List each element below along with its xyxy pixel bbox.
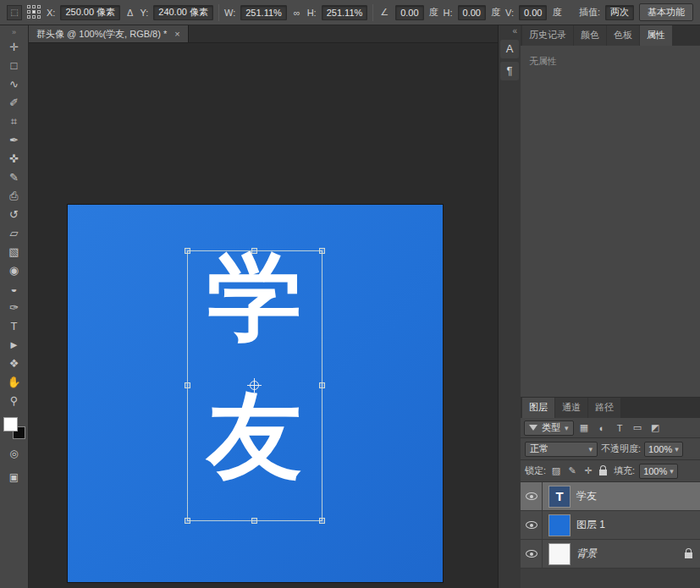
background-layer-thumbnail[interactable] [548, 543, 570, 565]
brush-tool[interactable]: ✎ [3, 168, 26, 187]
tab-layers[interactable]: 图层 [522, 398, 554, 418]
layer-name[interactable]: 背景 [576, 547, 684, 561]
transform-handle-bottom-left[interactable] [185, 518, 190, 524]
dodge-tool[interactable]: ◒ [3, 280, 26, 299]
rectangular-marquee-tool[interactable]: □ [3, 57, 26, 75]
ref-dot[interactable] [37, 10, 41, 14]
canvas-pasteboard[interactable]: 学 友 [29, 43, 498, 588]
lock-pixels-icon[interactable]: ✎ [566, 465, 578, 476]
character-panel-icon[interactable]: A [500, 40, 519, 58]
filter-smart-object-icon[interactable]: ◩ [648, 422, 663, 433]
workspace-switcher-button[interactable]: 基本功能 [639, 3, 693, 21]
visibility-cell[interactable] [521, 482, 543, 510]
relative-position-toggle[interactable]: Δ [125, 8, 135, 18]
tool-preset-icon[interactable]: ⬚ [7, 5, 22, 20]
ref-dot[interactable] [37, 15, 41, 19]
tab-swatches[interactable]: 色板 [607, 25, 639, 46]
transform-handle-top-right[interactable] [319, 248, 325, 254]
ref-dot[interactable] [27, 15, 30, 19]
zoom-tool[interactable]: ⚲ [3, 392, 26, 410]
eye-icon[interactable] [526, 521, 537, 529]
layer-name[interactable]: 学友 [576, 489, 700, 503]
toolbar-collapse-icon[interactable]: » [12, 27, 16, 38]
ref-dot[interactable] [32, 5, 36, 8]
fill-input[interactable]: 100% ▾ [639, 464, 678, 479]
clone-stamp-tool[interactable]: ⎙ [3, 187, 26, 206]
crop-tool[interactable]: ⌗ [3, 113, 26, 131]
link-dimensions-icon[interactable]: ∞ [292, 8, 302, 18]
transform-handle-bottom-right[interactable] [319, 518, 325, 524]
tab-color[interactable]: 颜色 [574, 25, 606, 46]
ref-dot[interactable] [32, 15, 36, 19]
ref-dot[interactable] [37, 5, 41, 8]
x-input[interactable]: 250.00 像素 [60, 5, 120, 20]
height-input[interactable]: 251.11% [322, 5, 368, 20]
lasso-tool[interactable]: ∿ [3, 75, 26, 94]
filter-adjustment-layers-icon[interactable]: ◐ [595, 423, 609, 433]
gradient-tool[interactable]: ▧ [3, 243, 26, 261]
healing-brush-tool[interactable]: ✜ [3, 150, 26, 168]
quick-selection-tool[interactable]: ✐ [3, 94, 26, 113]
screen-mode-button[interactable]: ▣ [3, 468, 26, 486]
reference-point-locator[interactable] [27, 5, 41, 19]
transform-reference-point[interactable] [250, 381, 259, 390]
ref-dot-center[interactable] [32, 10, 36, 14]
lock-position-icon[interactable]: ✛ [582, 465, 594, 476]
move-tool[interactable]: ✛ [3, 38, 26, 57]
expand-panels-icon[interactable]: « [512, 25, 521, 38]
filter-type-layers-icon[interactable]: T [613, 423, 627, 433]
tab-channels[interactable]: 通道 [555, 398, 587, 418]
interpolation-select[interactable]: 两次 [605, 5, 634, 20]
tab-history[interactable]: 历史记录 [522, 25, 573, 46]
filter-shape-layers-icon[interactable]: ▭ [631, 422, 645, 433]
layer-row-color[interactable]: 图层 1 [521, 511, 700, 540]
eye-icon[interactable] [526, 492, 537, 500]
h-skew-input[interactable]: 0.00 [458, 5, 486, 20]
transform-handle-bottom-center[interactable] [251, 518, 257, 524]
eyedropper-tool[interactable]: ✒ [3, 131, 26, 150]
v-skew-input[interactable]: 0.00 [519, 5, 547, 20]
options-bar: ⬚ X: 250.00 像素 Δ Y: 240.00 像素 W: 251.11%… [0, 0, 700, 25]
layer-filter-type-select[interactable]: 类型 ▾ [524, 420, 574, 436]
eraser-tool[interactable]: ▱ [3, 224, 26, 243]
tab-paths[interactable]: 路径 [588, 398, 620, 418]
ref-dot[interactable] [27, 10, 30, 14]
layer-name[interactable]: 图层 1 [576, 518, 700, 532]
color-layer-thumbnail[interactable] [548, 514, 570, 536]
free-transform-bounding-box[interactable] [187, 250, 322, 521]
filter-pixel-layers-icon[interactable]: ▦ [577, 422, 592, 433]
type-tool[interactable]: T [3, 317, 26, 336]
document-tab[interactable]: 群头像 @ 100%(学友, RGB/8) * × [29, 25, 189, 42]
pen-tool[interactable]: ✑ [3, 299, 26, 317]
visibility-cell[interactable] [521, 540, 543, 568]
lock-all-icon[interactable] [599, 470, 607, 475]
transform-handle-top-left[interactable] [185, 248, 190, 254]
hand-tool[interactable]: ✋ [3, 373, 26, 392]
text-layer-thumbnail[interactable]: T [548, 486, 570, 508]
transform-handle-mid-right[interactable] [319, 382, 325, 388]
transform-handle-top-center[interactable] [251, 248, 257, 254]
width-input[interactable]: 251.11% [240, 5, 287, 20]
foreground-color-swatch[interactable] [3, 417, 18, 431]
lock-transparency-icon[interactable]: ▨ [550, 465, 562, 476]
history-brush-tool[interactable]: ↺ [3, 206, 26, 224]
custom-shape-tool[interactable]: ❖ [3, 354, 26, 373]
document-canvas[interactable]: 学 友 [68, 205, 443, 582]
eye-icon[interactable] [526, 550, 537, 558]
opacity-input[interactable]: 100% ▾ [644, 442, 683, 457]
visibility-cell[interactable] [521, 511, 543, 539]
quick-mask-button[interactable]: ◎ [3, 444, 26, 463]
angle-input[interactable]: 0.00 [395, 5, 423, 20]
tab-properties[interactable]: 属性 [640, 25, 672, 46]
layer-row-text[interactable]: T 学友 [521, 482, 700, 511]
close-document-icon[interactable]: × [174, 29, 179, 39]
path-selection-tool[interactable]: ► [3, 336, 26, 354]
y-input[interactable]: 240.00 像素 [153, 5, 213, 20]
height-label: H: [307, 8, 317, 18]
blur-tool[interactable]: ◉ [3, 261, 26, 280]
layer-row-background[interactable]: 背景 [521, 540, 700, 569]
blend-mode-select[interactable]: 正常 ▾ [525, 442, 598, 457]
paragraph-panel-icon[interactable]: ¶ [500, 62, 519, 80]
ref-dot[interactable] [27, 5, 30, 8]
transform-handle-mid-left[interactable] [185, 382, 190, 388]
